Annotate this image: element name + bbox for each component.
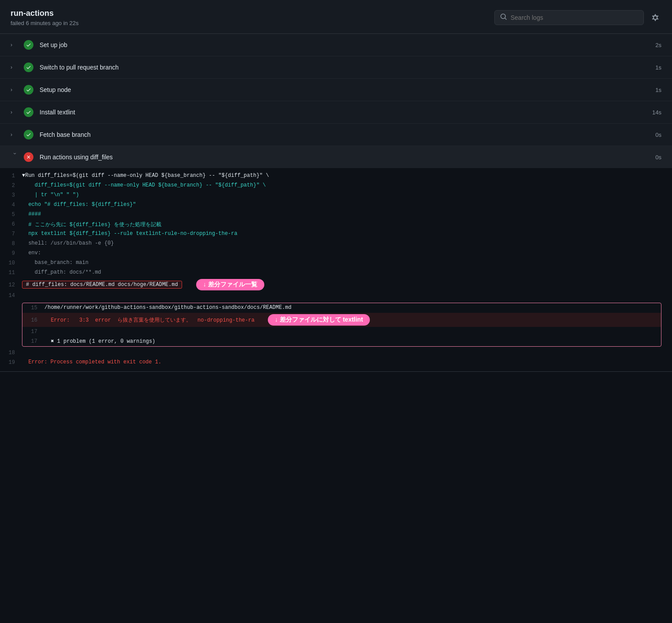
log-section: 1 ▼Run diff_files=$(git diff --name-only… bbox=[0, 168, 672, 371]
step-duration: 0s bbox=[655, 154, 661, 161]
line-number: 1 bbox=[0, 172, 22, 179]
log-line: 7 npx textlint ${diff_files} --rule text… bbox=[0, 230, 672, 239]
annotation-textlint: ↓ 差分ファイルに対して textlint bbox=[268, 314, 370, 326]
step-success-icon bbox=[24, 130, 33, 139]
log-line: 5 #### bbox=[0, 210, 672, 220]
steps-list: › Set up job 2s › Switch to pull request… bbox=[0, 34, 672, 372]
log-line: 17 bbox=[22, 327, 661, 337]
log-line-content: echo "# diff_files: ${diff_files}" bbox=[22, 202, 672, 208]
line-number: 5 bbox=[0, 211, 22, 218]
log-line: 8 shell: /usr/bin/bash -e {0} bbox=[0, 239, 672, 249]
search-input[interactable] bbox=[511, 14, 638, 21]
workflow-subtitle: failed 6 minutes ago in 22s bbox=[11, 20, 79, 26]
annotation-diff-files: ↓ 差分ファイル一覧 bbox=[196, 279, 264, 290]
line-number: 15 bbox=[22, 304, 44, 311]
line-number: 17 bbox=[22, 328, 44, 335]
log-line-content: ▼Run diff_files=$(git diff --name-only H… bbox=[22, 172, 672, 179]
log-line-content: | tr "\n" " ") bbox=[22, 192, 672, 198]
log-line: 10 base_branch: main bbox=[0, 259, 672, 268]
gear-icon bbox=[651, 13, 660, 22]
log-line-content: ✖ 1 problem (1 error, 0 warnings) bbox=[44, 338, 661, 344]
line-number: 2 bbox=[0, 182, 22, 189]
error-text: Error: 3:3 error ら抜き言葉を使用しています。 no-dropp… bbox=[44, 316, 255, 324]
chevron-right-icon: › bbox=[11, 42, 19, 48]
chevron-right-icon: › bbox=[11, 132, 19, 138]
step-row[interactable]: › Set up job 2s bbox=[0, 34, 672, 56]
log-line-content bbox=[44, 328, 661, 334]
step-name: Run actions using diff_files bbox=[40, 154, 648, 161]
log-line-19: 19 Error: Process completed with exit co… bbox=[0, 358, 672, 368]
chevron-down-icon: › bbox=[12, 153, 18, 161]
log-container: 1 ▼Run diff_files=$(git diff --name-only… bbox=[0, 168, 672, 372]
step-row[interactable]: › Setup node 1s bbox=[0, 79, 672, 101]
log-line-content bbox=[22, 292, 672, 298]
log-line: 3 | tr "\n" " ") bbox=[0, 191, 672, 201]
error-box: 15 /home/runner/work/github-actions-sand… bbox=[22, 303, 661, 347]
step-name: Fetch base branch bbox=[40, 131, 648, 138]
header-left: run-actions failed 6 minutes ago in 22s bbox=[11, 9, 79, 26]
log-line-12: 12 # diff_files: docs/README.md docs/hog… bbox=[0, 278, 672, 291]
step-duration: 1s bbox=[655, 87, 661, 93]
step-success-icon bbox=[24, 40, 33, 50]
log-line-16: 16 Error: 3:3 error ら抜き言葉を使用しています。 no-dr… bbox=[22, 313, 661, 327]
step-row[interactable]: › Switch to pull request branch 1s bbox=[0, 56, 672, 79]
line-number: 9 bbox=[0, 250, 22, 257]
log-line: 6 # ここから先に ${diff_files} を使った処理を記載 bbox=[0, 220, 672, 230]
line-number: 16 bbox=[22, 317, 44, 323]
log-line: 14 bbox=[0, 291, 672, 301]
settings-button[interactable] bbox=[649, 11, 661, 24]
search-box[interactable] bbox=[494, 10, 644, 25]
header-right bbox=[494, 10, 661, 25]
chevron-right-icon: › bbox=[11, 64, 19, 70]
log-line: 18 bbox=[0, 348, 672, 358]
line-number: 8 bbox=[0, 240, 22, 247]
line-number: 19 bbox=[0, 359, 22, 366]
workflow-title: run-actions bbox=[11, 9, 79, 18]
log-line: 1 ▼Run diff_files=$(git diff --name-only… bbox=[0, 172, 672, 181]
line-number: 17 bbox=[22, 338, 44, 344]
step-duration: 14s bbox=[652, 109, 661, 116]
log-line-content: /home/runner/work/github-actions-sandbox… bbox=[44, 304, 661, 311]
log-line: 11 diff_path: docs/**.md bbox=[0, 268, 672, 278]
line-number: 4 bbox=[0, 202, 22, 208]
main-container: run-actions failed 6 minutes ago in 22s bbox=[0, 0, 672, 623]
chevron-right-icon: › bbox=[11, 87, 19, 93]
step-success-icon bbox=[24, 85, 33, 95]
step-success-icon bbox=[24, 62, 33, 72]
log-line-content: npx textlint ${diff_files} --rule textli… bbox=[22, 231, 672, 237]
step-duration: 2s bbox=[655, 42, 661, 48]
chevron-right-icon: › bbox=[11, 109, 19, 115]
step-row[interactable]: › Fetch base branch 0s bbox=[0, 124, 672, 146]
log-line-content: #### bbox=[22, 211, 672, 217]
diff-files-highlight: # diff_files: docs/README.md docs/hoge/R… bbox=[22, 281, 182, 289]
log-line-content: base_branch: main bbox=[22, 260, 672, 266]
step-name: Switch to pull request branch bbox=[40, 64, 648, 71]
log-line-content: # diff_files: docs/README.md docs/hoge/R… bbox=[22, 279, 672, 290]
log-line-content bbox=[22, 349, 672, 355]
line-number: 3 bbox=[0, 192, 22, 198]
line-number: 18 bbox=[0, 349, 22, 356]
line-number: 6 bbox=[0, 221, 22, 227]
log-line-content: diff_path: docs/**.md bbox=[22, 269, 672, 275]
step-failure-icon bbox=[24, 152, 33, 162]
log-line-content: shell: /usr/bin/bash -e {0} bbox=[22, 240, 672, 246]
log-line: 4 echo "# diff_files: ${diff_files}" bbox=[0, 201, 672, 210]
log-line: 15 /home/runner/work/github-actions-sand… bbox=[22, 303, 661, 313]
step-duration: 1s bbox=[655, 64, 661, 71]
log-line-content: # ここから先に ${diff_files} を使った処理を記載 bbox=[22, 221, 672, 228]
log-line: 17 ✖ 1 problem (1 error, 0 warnings) bbox=[22, 337, 661, 346]
step-row[interactable]: › Install textlint 14s bbox=[0, 101, 672, 124]
step-name: Set up job bbox=[40, 41, 648, 48]
line-number: 10 bbox=[0, 260, 22, 266]
header: run-actions failed 6 minutes ago in 22s bbox=[0, 0, 672, 34]
step-success-icon bbox=[24, 107, 33, 117]
log-line-content: Error: Process completed with exit code … bbox=[22, 359, 672, 365]
step-row-expanded[interactable]: › Run actions using diff_files 0s bbox=[0, 146, 672, 168]
line-number: 7 bbox=[0, 231, 22, 237]
log-line: 2 diff_files=$(git diff --name-only HEAD… bbox=[0, 181, 672, 191]
log-line-content: env: bbox=[22, 250, 672, 256]
search-icon bbox=[500, 13, 507, 22]
line-number: 11 bbox=[0, 269, 22, 276]
log-line: 9 env: bbox=[0, 249, 672, 259]
step-duration: 0s bbox=[655, 132, 661, 138]
